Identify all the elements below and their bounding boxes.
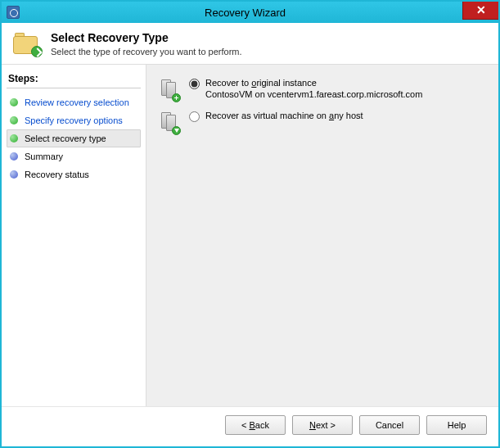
step-label: Specify recovery options — [25, 115, 123, 125]
server-download-icon — [161, 112, 179, 133]
app-icon — [7, 6, 20, 19]
page-title: Select Recovery Type — [51, 31, 242, 44]
option-sublabel: ContosoVM on vcentervm1.fareast.corp.mic… — [205, 89, 422, 99]
recovery-folder-icon — [13, 33, 43, 57]
step-label: Recovery status — [25, 170, 89, 179]
option-recover-any-host: Recover as virtual machine on any host — [161, 111, 484, 133]
step-specify-recovery-options[interactable]: Specify recovery options — [7, 111, 141, 129]
page-subtitle: Select the type of recovery you want to … — [51, 47, 242, 57]
radio-recover-any-host[interactable] — [189, 111, 200, 122]
cancel-button[interactable]: Cancel — [359, 415, 420, 435]
step-pending-icon — [10, 152, 18, 161]
titlebar: Recovery Wizard ✕ — [2, 2, 498, 23]
step-select-recovery-type[interactable]: Select recovery type — [7, 129, 141, 147]
steps-panel: Steps: Review recovery selection Specify… — [2, 65, 146, 406]
option-recover-original: Recover to original instance ContosoVM o… — [161, 78, 484, 101]
options-panel: Recover to original instance ContosoVM o… — [146, 65, 498, 406]
step-done-icon — [10, 98, 18, 106]
steps-heading: Steps: — [7, 71, 141, 88]
help-button[interactable]: Help — [426, 415, 487, 435]
next-button[interactable]: Next > — [292, 415, 353, 435]
step-pending-icon — [10, 170, 18, 179]
button-bar: < Back Next > Cancel Help — [2, 406, 498, 446]
back-button[interactable]: < Back — [225, 415, 286, 435]
window-title: Recovery Wizard — [25, 7, 498, 19]
wizard-header-text: Select Recovery Type Select the type of … — [51, 31, 242, 57]
step-recovery-status[interactable]: Recovery status — [7, 165, 141, 183]
step-summary[interactable]: Summary — [7, 147, 141, 165]
server-pair-icon — [161, 79, 179, 101]
step-label: Summary — [25, 152, 63, 161]
step-label: Select recovery type — [25, 133, 106, 143]
close-button[interactable]: ✕ — [462, 2, 498, 20]
recovery-wizard-window: Recovery Wizard ✕ Select Recovery Type S… — [0, 0, 500, 448]
step-review-recovery-selection[interactable]: Review recovery selection — [7, 93, 141, 111]
wizard-body: Steps: Review recovery selection Specify… — [2, 65, 498, 406]
step-label: Review recovery selection — [25, 97, 129, 107]
radio-recover-original[interactable] — [189, 79, 200, 89]
option-label: Recover as virtual machine on any host — [205, 111, 363, 120]
step-done-icon — [10, 116, 18, 124]
option-label: Recover to original instance — [205, 78, 422, 88]
step-current-icon — [10, 134, 18, 143]
wizard-header: Select Recovery Type Select the type of … — [2, 23, 498, 65]
